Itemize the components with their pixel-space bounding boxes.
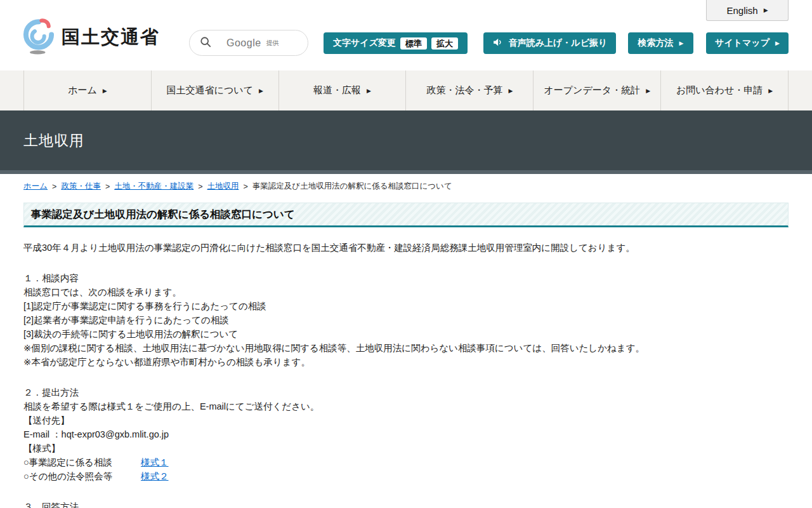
section3-heading: ３．回答方法 (23, 500, 789, 508)
section1-line: [1]認定庁が事業認定に関する事務を行うにあたっての相談 (23, 299, 789, 313)
breadcrumb-link-home[interactable]: ホーム (23, 181, 48, 192)
chevron-right-icon: ▶ (764, 7, 768, 13)
english-button[interactable]: English ▶ (706, 0, 789, 21)
chevron-right-icon: ▶ (775, 40, 780, 46)
font-size-standard-button[interactable]: 標準 (400, 37, 427, 50)
search-icon (200, 36, 211, 50)
mlit-logo[interactable]: 国土交通省 (21, 18, 160, 57)
site-header: 国土交通省 Google 提供 文字サイズ変更 標準 拡大 音声読み上げ・ルビ振… (0, 0, 812, 70)
section2-line: 【様式】 (23, 441, 789, 455)
nav-item-label: ホーム (68, 84, 97, 97)
category-banner: 土地収用 (0, 110, 812, 170)
global-nav-inner: ホーム ▶ 国土交通省について ▶ 報道・広報 ▶ 政策・法令・予算 ▶ オープ… (23, 70, 789, 110)
chevron-right-icon: ▶ (508, 88, 513, 94)
nav-item-label: 国土交通省について (167, 84, 253, 97)
chevron-right-icon: ▶ (103, 88, 107, 94)
speech-reading-label: 音声読み上げ・ルビ振り (509, 37, 608, 49)
nav-item-label: オープンデータ・統計 (544, 84, 640, 97)
category-title: 土地収用 (23, 131, 789, 150)
form-row-1: ○事業認定に係る相談 様式１ (23, 455, 789, 469)
chevron-right-icon: ▶ (259, 88, 263, 94)
chevron-right-icon: ▶ (679, 40, 684, 46)
breadcrumb-separator: > (198, 182, 202, 191)
chevron-right-icon: ▶ (367, 88, 371, 94)
sitemap-button[interactable]: サイトマップ ▶ (706, 32, 789, 54)
page-title-box: 事業認定及び土地収用法の解釈に係る相談窓口について (23, 203, 789, 227)
form-row-label: ○事業認定に係る相談 (23, 455, 138, 469)
search-method-button[interactable]: 検索方法 ▶ (628, 32, 693, 54)
section1-line: ※本省が認定庁とならない都道府県や市町村からの相談も承ります。 (23, 355, 789, 369)
form1-link[interactable]: 様式１ (141, 457, 169, 467)
section1-line: [3]裁決の手続等に関する土地収用法の解釈について (23, 327, 789, 341)
chevron-right-icon: ▶ (768, 88, 773, 94)
font-size-changer: 文字サイズ変更 標準 拡大 (324, 32, 468, 54)
nav-item-label: 政策・法令・予算 (426, 84, 502, 97)
breadcrumb-separator: > (105, 182, 110, 191)
nav-item-open-data[interactable]: オープンデータ・統計 ▶ (533, 70, 660, 110)
section1-heading: １．相談内容 (23, 271, 789, 285)
search-engine-label: Google (226, 37, 261, 49)
sitemap-label: サイトマップ (715, 37, 769, 49)
global-nav: ホーム ▶ 国土交通省について ▶ 報道・広報 ▶ 政策・法令・予算 ▶ オープ… (0, 70, 812, 110)
article-body: 平成30年４月より土地収用法の事業認定の円滑化に向けた相談窓口を国土交通省不動産… (23, 241, 789, 508)
breadcrumb-link-land-realestate[interactable]: 土地・不動産・建設業 (114, 181, 193, 192)
breadcrumb: ホーム > 政策・仕事 > 土地・不動産・建設業 > 土地収用 > 事業認定及び… (23, 181, 789, 192)
chevron-right-icon: ▶ (646, 88, 650, 94)
english-label: English (726, 5, 757, 16)
breadcrumb-link-policy-work[interactable]: 政策・仕事 (61, 181, 101, 192)
intro-paragraph: 平成30年４月より土地収用法の事業認定の円滑化に向けた相談窓口を国土交通省不動産… (23, 241, 789, 255)
search-provided-label: 提供 (266, 39, 279, 48)
section1-line: 相談窓口では、次の相談を承ります。 (23, 285, 789, 299)
breadcrumb-separator: > (244, 182, 248, 191)
font-size-large-button[interactable]: 拡大 (431, 37, 458, 50)
mlit-logo-icon (21, 18, 56, 57)
section2-heading: ２．提出方法 (23, 385, 789, 399)
site-search-input[interactable]: Google 提供 (189, 30, 308, 56)
nav-item-label: お問い合わせ・申請 (676, 84, 763, 97)
form-row-label: ○その他の法令照会等 (23, 469, 138, 483)
section2-line: 相談を希望する際は様式１をご使用の上、E-mailにてご送付ください。 (23, 399, 789, 413)
search-method-label: 検索方法 (638, 37, 674, 49)
site-name: 国土交通省 (62, 25, 160, 50)
nav-item-label: 報道・広報 (313, 84, 361, 97)
banner-bottom-strip (0, 170, 812, 174)
form2-link[interactable]: 様式２ (141, 471, 169, 481)
font-size-label: 文字サイズ変更 (333, 37, 396, 49)
email-address-line: E-mail ：hqt-expr03@gxb.mlit.go.jp (23, 427, 789, 441)
section1-line: [2]起業者が事業認定申請を行うにあたっての相談 (23, 313, 789, 327)
breadcrumb-current: 事業認定及び土地収用法の解釈に係る相談窓口について (252, 181, 452, 192)
breadcrumb-link-land-expropriation[interactable]: 土地収用 (207, 181, 239, 192)
nav-item-about-mlit[interactable]: 国土交通省について ▶ (151, 70, 278, 110)
form-row-2: ○その他の法令照会等 様式２ (23, 469, 789, 483)
section2-line: 【送付先】 (23, 413, 789, 427)
nav-item-policy[interactable]: 政策・法令・予算 ▶ (405, 70, 533, 110)
nav-item-contact[interactable]: お問い合わせ・申請 ▶ (660, 70, 789, 110)
breadcrumb-separator: > (52, 182, 56, 191)
page-title: 事業認定及び土地収用法の解釈に係る相談窓口について (31, 208, 781, 222)
main-content: ホーム > 政策・仕事 > 土地・不動産・建設業 > 土地収用 > 事業認定及び… (23, 181, 789, 508)
speaker-icon (492, 37, 503, 50)
section1-line: ※個別の課税に関する相談、土地収用法に基づかない用地取得に関する相談等、土地収用… (23, 341, 789, 355)
nav-item-home[interactable]: ホーム ▶ (23, 70, 151, 110)
speech-reading-button[interactable]: 音声読み上げ・ルビ振り (483, 32, 616, 54)
nav-item-press[interactable]: 報道・広報 ▶ (278, 70, 406, 110)
